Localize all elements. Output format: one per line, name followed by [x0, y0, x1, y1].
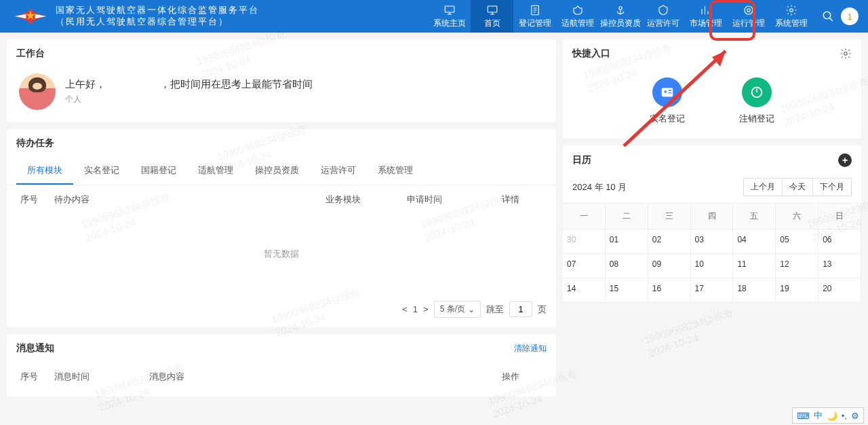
todo-tabs: 所有模块 实名登记 国籍登记 适航管理 操控员资质 运营许可 系统管理: [7, 158, 556, 185]
logo-emblem: [14, 6, 47, 26]
calendar-date-cell[interactable]: 20: [818, 278, 861, 303]
calendar-day-header: 一: [563, 204, 606, 229]
calendar-date-cell[interactable]: 06: [818, 229, 861, 254]
calendar-date-cell[interactable]: 04: [733, 229, 776, 254]
svg-rect-2: [488, 6, 497, 12]
tab-nationality[interactable]: 国籍登记: [130, 158, 187, 185]
nav-market[interactable]: 市场管理: [684, 0, 727, 33]
todo-card: 待办任务 所有模块 实名登记 国籍登记 适航管理 操控员资质 运营许可 系统管理…: [7, 129, 556, 327]
pager-page[interactable]: 1: [413, 304, 418, 314]
nav-system-management[interactable]: 系统管理: [770, 0, 812, 33]
user-avatar-badge[interactable]: 1: [841, 7, 859, 25]
svg-point-11: [664, 90, 667, 93]
workbench-title: 工作台: [7, 39, 556, 68]
ime-dot-icon[interactable]: •,: [842, 411, 847, 421]
todo-table-header: 序号 待办内容 业务模块 申请时间 详情: [7, 185, 556, 214]
tab-system[interactable]: 系统管理: [367, 158, 424, 185]
ime-toggle-icon[interactable]: ⌨: [797, 411, 810, 421]
user-type: 个人: [65, 94, 313, 105]
calendar-date-cell[interactable]: 01: [606, 229, 648, 254]
header-bar: 国家无人驾驶航空器一体化综合监管服务平台 （民用无人驾驶航空器综合管理平台） 系…: [0, 0, 868, 33]
tab-operator[interactable]: 操控员资质: [244, 158, 310, 185]
search-icon[interactable]: [822, 10, 834, 22]
tab-realname[interactable]: 实名登记: [73, 158, 130, 185]
quick-cancel-register[interactable]: 注销登记: [739, 77, 774, 125]
svg-point-5: [745, 6, 753, 14]
calendar-date-cell[interactable]: 13: [818, 254, 861, 278]
calendar-date-cell[interactable]: 16: [648, 278, 691, 303]
calendar-date-cell[interactable]: 02: [648, 229, 691, 254]
calendar-next-month[interactable]: 下个月: [812, 178, 852, 196]
message-table-header: 序号 消息时间 消息内容 操作: [7, 363, 556, 396]
calendar-month: 2024 年 10 月: [572, 181, 627, 193]
quick-entry-title: 快捷入口: [572, 48, 610, 60]
calendar-date-cell[interactable]: 09: [648, 254, 691, 278]
ime-lang[interactable]: 中: [814, 409, 823, 422]
todo-title: 待办任务: [7, 129, 556, 158]
nav-operator-qualification[interactable]: 操控员资质: [599, 0, 642, 33]
svg-point-4: [618, 6, 622, 10]
nav-operation-license[interactable]: 运营许可: [642, 0, 684, 33]
svg-point-9: [844, 52, 848, 56]
calendar-day-header: 三: [648, 204, 691, 229]
quick-entry-card: 快捷入口 实名登记 注销登记: [563, 39, 861, 138]
ime-moon-icon[interactable]: 🌙: [827, 411, 837, 421]
id-card-icon: [652, 77, 682, 107]
calendar-date-cell[interactable]: 19: [776, 278, 818, 303]
calendar-prev-month[interactable]: 上个月: [743, 178, 783, 196]
calendar-date-cell[interactable]: 08: [606, 254, 648, 278]
nav-airworthiness[interactable]: 适航管理: [556, 0, 599, 33]
svg-point-8: [823, 12, 831, 19]
calendar-day-header: 二: [606, 204, 648, 229]
calendar-date-cell[interactable]: 03: [691, 229, 734, 254]
platform-title: 国家无人驾驶航空器一体化综合监管服务平台 （民用无人驾驶航空器综合管理平台）: [56, 5, 259, 28]
nav-registration[interactable]: 登记管理: [513, 0, 556, 33]
quick-realname-register[interactable]: 实名登记: [650, 77, 685, 125]
calendar-day-header: 日: [818, 204, 861, 229]
calendar-day-header: 四: [691, 204, 734, 229]
workbench-card: 工作台 上午好，，把时间用在思考上最能节省时间 个人: [7, 39, 556, 122]
todo-pagination: < 1 > 5 条/页 ⌄ 跳至 页: [7, 294, 556, 327]
message-title: 消息通知: [16, 342, 54, 354]
calendar-grid: 一二三四五六日 30010203040506070809101112131415…: [563, 203, 861, 303]
calendar-date-cell[interactable]: 12: [776, 254, 818, 278]
clear-notifications[interactable]: 清除通知: [514, 343, 547, 354]
calendar-date-cell[interactable]: 11: [733, 254, 776, 278]
pager-next[interactable]: >: [423, 304, 429, 314]
calendar-date-cell[interactable]: 07: [563, 254, 606, 278]
calendar-card: 日历 + 2024 年 10 月 上个月 今天 下个月 一二三四五六日 3001…: [563, 145, 861, 303]
calendar-date-cell[interactable]: 18: [733, 278, 776, 303]
calendar-day-header: 六: [776, 204, 818, 229]
gear-icon[interactable]: [840, 48, 852, 60]
nav-system-home[interactable]: 系统主页: [428, 0, 471, 33]
svg-point-7: [789, 8, 793, 12]
svg-point-6: [747, 8, 750, 12]
calendar-date-cell[interactable]: 30: [563, 229, 606, 254]
calendar-date-cell[interactable]: 10: [691, 254, 734, 278]
main-nav: 系统主页 首页 登记管理 适航管理 操控员资质 运营许可 市场管理 运行管理 系…: [428, 0, 812, 33]
tab-airworthiness[interactable]: 适航管理: [187, 158, 244, 185]
calendar-add-button[interactable]: +: [838, 153, 852, 167]
user-avatar: [19, 73, 56, 110]
ime-settings-icon[interactable]: ⚙: [851, 411, 859, 421]
calendar-today[interactable]: 今天: [782, 178, 813, 196]
calendar-date-cell[interactable]: 14: [563, 278, 606, 303]
greeting-text: 上午好，，把时间用在思考上最能节省时间: [65, 78, 313, 91]
nav-home[interactable]: 首页: [471, 0, 513, 33]
calendar-date-cell[interactable]: 17: [691, 278, 734, 303]
svg-rect-1: [445, 6, 454, 12]
calendar-date-cell[interactable]: 15: [606, 278, 648, 303]
message-card: 消息通知 清除通知 序号 消息时间 消息内容 操作: [7, 334, 556, 396]
nav-operation-management[interactable]: 运行管理: [727, 0, 770, 33]
calendar-title: 日历: [572, 154, 591, 166]
pager-prev[interactable]: <: [402, 304, 408, 314]
svg-rect-10: [662, 88, 673, 97]
todo-empty: 暂无数据: [7, 214, 556, 294]
power-icon: [742, 77, 772, 107]
ime-toolbar[interactable]: ⌨ 中 🌙 •, ⚙: [792, 407, 864, 424]
calendar-date-cell[interactable]: 05: [776, 229, 818, 254]
tab-license[interactable]: 运营许可: [310, 158, 367, 185]
tab-all-modules[interactable]: 所有模块: [16, 158, 73, 185]
pager-size-select[interactable]: 5 条/页 ⌄: [434, 301, 481, 318]
pager-jump-input[interactable]: [509, 301, 532, 317]
